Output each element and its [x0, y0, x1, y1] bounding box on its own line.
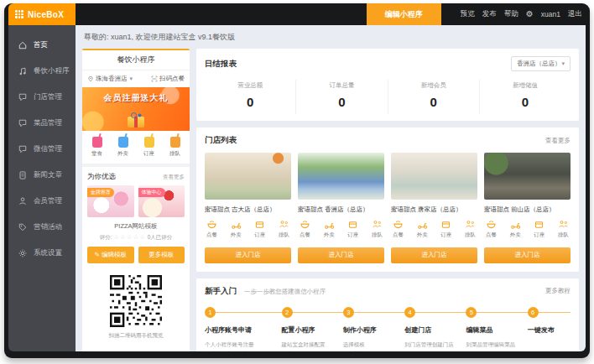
miniprogram-icon — [18, 66, 28, 76]
bowl-icon — [393, 219, 404, 230]
report-store-dropdown[interactable]: 香洲店（总店） — [511, 56, 571, 71]
scan-order-link[interactable]: 扫码点餐 — [151, 75, 185, 83]
topbar-actions: 编辑小程序 预览 发布 帮助 ⚙ xuan1 退出 — [76, 3, 586, 25]
store-photo — [391, 153, 477, 200]
sidebar-item-marketing[interactable]: 营销活动 — [8, 214, 76, 240]
main-content: 尊敬的: xuan1, 欢迎使用建站宝盒 v9.1餐饮版 餐饮小程序 珠海香洲店… — [76, 25, 586, 351]
step-number: 4 — [404, 307, 415, 318]
queue-people-icon — [558, 219, 569, 230]
feature-dine-in[interactable]: 堂食 — [91, 137, 102, 158]
store-card: 蜜语甜点 唐家店（总店） 点餐 外卖 — [391, 153, 477, 263]
publish-link[interactable]: 发布 — [482, 9, 497, 19]
store-feature-order[interactable]: 点餐 — [206, 219, 217, 239]
bowl-icon — [206, 219, 217, 230]
template-thumbnail[interactable]: 金牌推荐 — [87, 185, 134, 217]
enter-store-button[interactable]: 进入门店 — [298, 247, 384, 263]
sidebar-item-store-management[interactable]: 门店管理 — [8, 84, 76, 110]
step-number: 1 — [205, 307, 216, 318]
template-rating: 评分: ☆☆☆☆☆ 0人已评分 — [82, 231, 190, 247]
store-feature-order[interactable]: 点餐 — [486, 219, 497, 239]
stat-new-members: 新增会员 0 — [388, 80, 480, 114]
topbar: NiceBoX 编辑小程序 预览 发布 帮助 ⚙ xuan1 退出 — [8, 3, 586, 25]
guide-subtitle: 一步一步教您搭建微信小程序 — [244, 288, 326, 295]
store-feature-queue[interactable]: 排队 — [279, 219, 289, 239]
drink-icon — [144, 137, 154, 148]
guide-title: 新手入门 一步一步教您搭建微信小程序 — [205, 286, 326, 297]
store-card: 蜜语甜点 香洲店（总店） 点餐 外卖 — [298, 153, 384, 263]
document-icon — [18, 170, 28, 180]
grid-icon — [15, 10, 23, 18]
gear-icon — [18, 248, 28, 258]
sidebar-item-restaurant-miniprogram[interactable]: 餐饮小程序 — [8, 58, 76, 84]
enter-store-button[interactable]: 进入门店 — [391, 247, 477, 263]
brand-logo[interactable]: NiceBoX — [8, 3, 76, 25]
queue-people-icon — [279, 219, 289, 230]
member-promo-banner[interactable]: 会员注册送大礼 — [82, 87, 190, 131]
enter-store-button[interactable]: 进入门店 — [205, 247, 291, 263]
home-icon — [18, 40, 28, 50]
daily-report-card: 日结报表 香洲店（总店） 营业总额 0 订单总量 0 — [196, 49, 579, 121]
username[interactable]: xuan1 — [541, 10, 560, 18]
star-rating-icons: ☆☆☆☆☆ — [113, 233, 146, 241]
sidebar-item-member-management[interactable]: 会员管理 — [8, 188, 76, 214]
logout-link[interactable]: 退出 — [568, 9, 582, 19]
guide-step-edit-dishes: 编辑菜品 到菜品管理编辑菜品 — [466, 325, 527, 352]
sidebar-item-dish-management[interactable]: 菜品管理 — [8, 110, 76, 136]
stat-revenue: 营业总额 0 — [205, 80, 296, 114]
store-feature-reservation[interactable]: 订座 — [534, 219, 544, 239]
feature-queue[interactable]: 排队 — [169, 137, 180, 158]
box-icon — [254, 219, 265, 230]
app-window: NiceBoX 编辑小程序 预览 发布 帮助 ⚙ xuan1 退出 首页 餐饮小… — [4, 3, 590, 358]
gear-icon[interactable]: ⚙ — [526, 10, 534, 18]
drink-icon — [118, 137, 128, 148]
store-selector[interactable]: 珠海香洲店 — [87, 75, 133, 83]
drink-icon — [92, 137, 102, 148]
store-feature-queue[interactable]: 排队 — [558, 219, 569, 239]
store-list-more-link[interactable]: 查看更多 — [545, 137, 571, 145]
store-photo — [205, 153, 291, 200]
store-feature-takeout[interactable]: 外卖 — [231, 219, 242, 239]
person-icon — [18, 196, 28, 206]
box-icon — [440, 219, 451, 230]
store-photo — [484, 153, 571, 200]
store-feature-queue[interactable]: 排队 — [465, 219, 476, 239]
sidebar-item-news-articles[interactable]: 新闻文章 — [8, 162, 76, 188]
preview-link[interactable]: 预览 — [461, 9, 475, 19]
step-number: 6 — [528, 307, 539, 318]
bowl-icon — [486, 219, 497, 230]
queue-people-icon — [372, 219, 383, 230]
feature-takeout[interactable]: 外卖 — [117, 137, 128, 158]
badge-gold-recommend: 金牌推荐 — [87, 188, 114, 197]
chat-bubble-icon — [18, 118, 28, 128]
scooter-icon — [510, 219, 521, 230]
store-feature-reservation[interactable]: 订座 — [254, 219, 265, 239]
welcome-message: 尊敬的: xuan1, 欢迎使用建站宝盒 v9.1餐饮版 — [82, 25, 579, 49]
store-feature-reservation[interactable]: 订座 — [440, 219, 451, 239]
sidebar-item-home[interactable]: 首页 — [8, 32, 76, 58]
edit-template-button[interactable]: 编辑模板 — [87, 247, 134, 263]
edit-miniprogram-button[interactable]: 编辑小程序 — [367, 3, 441, 25]
more-templates-button[interactable]: 更多模板 — [138, 247, 185, 263]
store-feature-order[interactable]: 点餐 — [300, 219, 310, 239]
guide-more-link[interactable]: 更多教程 — [545, 287, 571, 295]
store-feature-queue[interactable]: 排队 — [372, 219, 383, 239]
stat-new-deposits: 新增储值 0 — [480, 80, 571, 114]
drink-icon — [170, 137, 180, 148]
template-thumbnail[interactable]: 体验中心 — [138, 185, 185, 217]
gift-box-icon — [128, 117, 144, 127]
enter-store-button[interactable]: 进入门店 — [484, 247, 571, 263]
sidebar-item-settings[interactable]: 系统设置 — [8, 240, 76, 266]
store-feature-reservation[interactable]: 订座 — [347, 219, 358, 239]
qr-code — [110, 275, 162, 327]
picks-more-link[interactable]: 查看更多 — [163, 174, 185, 181]
store-feature-takeout[interactable]: 外卖 — [510, 219, 521, 239]
feature-reservation[interactable]: 订座 — [143, 137, 154, 158]
qr-caption: 扫描二维码用手机预览 — [109, 332, 164, 340]
store-feature-takeout[interactable]: 外卖 — [417, 219, 428, 239]
help-link[interactable]: 帮助 — [504, 9, 518, 19]
store-photo — [298, 153, 384, 200]
sidebar-item-wechat-management[interactable]: 微信管理 — [8, 136, 76, 162]
store-feature-takeout[interactable]: 外卖 — [324, 219, 335, 239]
chat-bubble-icon — [18, 92, 28, 102]
store-feature-order[interactable]: 点餐 — [393, 219, 404, 239]
